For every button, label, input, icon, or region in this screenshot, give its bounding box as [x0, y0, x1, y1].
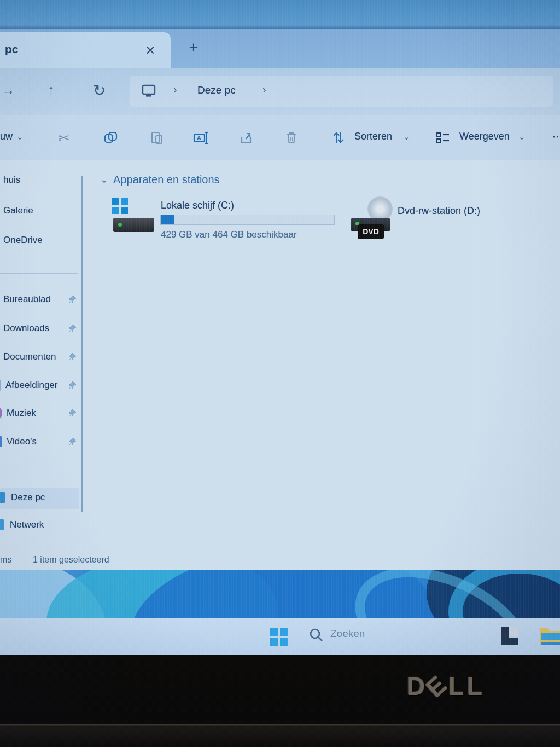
- laptop-bezel: DELL: [0, 655, 560, 747]
- dvd-badge: DVD: [358, 224, 384, 239]
- sort-icon: ⇅: [329, 129, 348, 147]
- search-icon[interactable]: [308, 627, 324, 645]
- pin-icon: [68, 324, 77, 333]
- file-explorer-window: pc ✕ + → ↑ ↻ › Deze pc › uw ⌄ ✂: [0, 29, 560, 570]
- this-pc-icon: [141, 83, 157, 101]
- taskbar: Zoeken: [0, 618, 560, 655]
- view-chevron-icon: ⌄: [518, 132, 526, 142]
- sort-chevron-icon: ⌄: [403, 132, 410, 142]
- sidebar-item-videos[interactable]: Video's: [0, 432, 82, 454]
- breadcrumb-chevron-icon: ›: [173, 83, 177, 96]
- status-item-count: ms: [0, 555, 11, 565]
- tab-deze-pc[interactable]: pc ✕: [0, 32, 171, 68]
- sidebar-item-downloads[interactable]: Downloads: [0, 319, 82, 340]
- pin-icon: [68, 409, 77, 418]
- sidebar-item-documents[interactable]: Documenten: [0, 347, 82, 369]
- copy-icon[interactable]: [102, 129, 120, 147]
- file-explorer-taskbar-icon[interactable]: [538, 624, 560, 651]
- delete-icon[interactable]: [282, 129, 301, 147]
- svg-text:A: A: [197, 135, 201, 141]
- pictures-icon: [0, 380, 1, 391]
- drive-item-c[interactable]: Lokale schijf (C:) 429 GB van 464 GB bes…: [0, 160, 361, 248]
- refresh-icon[interactable]: ↻: [93, 82, 106, 100]
- view-button[interactable]: Weergeven: [459, 131, 510, 142]
- videos-icon: [0, 436, 2, 447]
- status-selection: 1 item geselecteerd: [33, 555, 109, 565]
- laptop-deck: [0, 727, 560, 747]
- breadcrumb-chevron2-icon: ›: [262, 83, 266, 96]
- sidebar-label: Afbeeldinger: [5, 380, 57, 391]
- drive-c-capacity: 429 GB van 464 GB beschikbaar: [161, 229, 297, 240]
- music-icon: [0, 408, 2, 419]
- this-pc-sidebar-icon: [0, 492, 5, 503]
- tab-close-icon[interactable]: ✕: [140, 40, 161, 61]
- sidebar-item-this-pc[interactable]: Deze pc: [0, 488, 79, 509]
- sidebar-label: Documenten: [3, 351, 56, 362]
- sidebar-label: Deze pc: [11, 492, 45, 503]
- sidebar-divider: [0, 273, 78, 274]
- sidebar-item-pictures[interactable]: Afbeeldinger: [0, 375, 82, 397]
- drive-usage-bar: [160, 215, 335, 225]
- sort-button[interactable]: Sorteren: [354, 131, 392, 142]
- pin-icon: [68, 437, 77, 446]
- sidebar-item-desktop[interactable]: Bureaublad: [0, 289, 82, 311]
- sidebar-label: Video's: [7, 436, 37, 447]
- tab-title: pc: [5, 43, 19, 56]
- drive-item-dvd[interactable]: DVD Dvd-rw-station (D:): [339, 160, 503, 248]
- desktop-wallpaper-top: [0, 0, 560, 29]
- pin-icon: [68, 295, 77, 304]
- breadcrumb-deze-pc[interactable]: Deze pc: [197, 84, 236, 96]
- share-icon[interactable]: [237, 129, 256, 147]
- sidebar-label: Bureaublad: [3, 294, 51, 305]
- paste-icon[interactable]: [148, 129, 166, 147]
- new-chevron-icon: ⌄: [16, 132, 24, 142]
- start-button-icon[interactable]: [270, 628, 288, 646]
- window-body: huis Galerie OneDrive Bureaublad Downloa…: [0, 160, 560, 551]
- search-input[interactable]: Zoeken: [330, 628, 365, 640]
- drive-dvd-name: Dvd-rw-station (D:): [398, 205, 480, 217]
- more-options-icon[interactable]: ⋯: [552, 131, 560, 143]
- address-bar[interactable]: › Deze pc ›: [130, 76, 553, 107]
- command-toolbar: uw ⌄ ✂ A ⇅ Sorteren ⌄: [0, 115, 560, 160]
- view-icon: [434, 129, 452, 147]
- drive-c-name: Lokale schijf (C:): [161, 200, 234, 211]
- desktop-wallpaper-bloom: [0, 570, 560, 618]
- new-tab-button[interactable]: +: [183, 37, 205, 59]
- sidebar-label: Downloads: [3, 323, 49, 334]
- sidebar-item-network[interactable]: Netwerk: [0, 515, 82, 537]
- pin-icon: [68, 352, 77, 361]
- new-button[interactable]: uw: [0, 131, 13, 142]
- tab-bar: pc ✕ +: [0, 29, 560, 68]
- rename-icon[interactable]: A: [191, 129, 210, 147]
- cut-icon[interactable]: ✂: [55, 129, 73, 147]
- drive-usage-fill: [161, 215, 174, 224]
- sidebar-label: Netwerk: [10, 519, 44, 530]
- status-bar: ms 1 item geselecteerd: [0, 551, 560, 570]
- sidebar-label: Muziek: [7, 408, 36, 419]
- taskbar-app-l-icon[interactable]: [498, 625, 520, 649]
- navigation-bar: → ↑ ↻ › Deze pc ›: [0, 68, 560, 115]
- laptop-screen: pc ✕ + → ↑ ↻ › Deze pc › uw ⌄ ✂: [0, 0, 560, 655]
- forward-icon[interactable]: →: [1, 82, 15, 99]
- dell-logo: DELL: [407, 671, 486, 701]
- pin-icon: [68, 381, 77, 390]
- sidebar-item-music[interactable]: Muziek: [0, 403, 82, 425]
- up-icon[interactable]: ↑: [48, 82, 55, 99]
- network-icon: [0, 519, 4, 530]
